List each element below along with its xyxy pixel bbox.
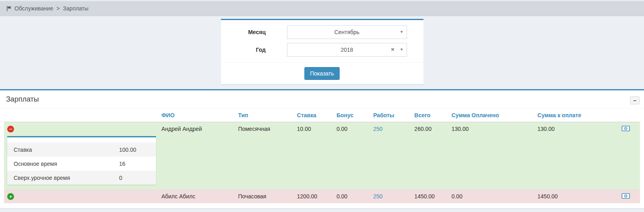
detail-label: Сверх.урочное время (14, 175, 119, 181)
detail-row: Сверх.урочное время 0 (7, 171, 156, 185)
chevron-down-icon: ▾ (400, 47, 403, 52)
cell-type: Помесячная (235, 122, 294, 190)
cell-actions (618, 190, 640, 204)
table-row: − Ставка 100.00 Основное время 16 (4, 122, 640, 190)
col-header-expand (4, 109, 158, 122)
detail-value: 100.00 (119, 147, 150, 153)
month-select[interactable]: Сентябрь ▾ (287, 25, 407, 39)
panel-title: Зарплаты (6, 95, 39, 104)
col-header-type: Тип (235, 109, 294, 122)
month-label: Месяц (221, 29, 266, 35)
detail-label: Ставка (14, 147, 119, 153)
cell-fio: Абилс Абилс (158, 190, 235, 204)
breadcrumb-separator: > (57, 5, 60, 12)
expand-row-icon[interactable]: + (7, 193, 14, 200)
col-header-fio: ФИО (158, 109, 235, 122)
cell-fio: Андрей Андрей (158, 122, 235, 190)
col-header-to-pay: Сумма к оплате (534, 109, 618, 122)
money-icon[interactable] (622, 126, 630, 131)
table-header-row: ФИО Тип Ставка Бонус Работы Всего Сумма … (4, 109, 640, 122)
col-header-total: Всего (411, 109, 448, 122)
col-header-works: Работы (370, 109, 411, 122)
cell-to-pay: 130.00 (534, 122, 618, 190)
show-button[interactable]: Показать (304, 67, 340, 80)
works-link[interactable]: 250 (373, 126, 383, 132)
cell-bonus: 0.00 (333, 122, 370, 190)
chevron-down-icon: ▾ (400, 29, 403, 35)
year-selected-value: 2018 (340, 47, 353, 53)
salaries-panel-header: Зарплаты − (0, 90, 644, 109)
cell-rate: 1200.00 (294, 190, 334, 204)
year-select[interactable]: 2018 × ▾ (287, 43, 407, 57)
detail-label: Основное время (14, 161, 119, 167)
clear-icon[interactable]: × (391, 46, 395, 53)
col-header-bonus: Бонус (333, 109, 370, 122)
cell-total: 1450.00 (411, 190, 448, 204)
cell-expand: + (4, 190, 158, 204)
cell-actions (618, 122, 640, 190)
row-detail-box: Ставка 100.00 Основное время 16 Сверх.ур… (7, 136, 156, 185)
detail-row: Ставка 100.00 (7, 143, 156, 157)
flag-icon (6, 6, 12, 12)
detail-row: Основное время 16 (7, 157, 156, 171)
breadcrumb-bar: Обслуживание > Зарплаты (0, 0, 644, 16)
month-selected-value: Сентябрь (334, 29, 360, 35)
breadcrumb-section[interactable]: Обслуживание (14, 5, 53, 12)
year-label: Год (221, 47, 266, 53)
collapse-panel-button[interactable]: − (630, 96, 640, 104)
filter-panel: Месяц Сентябрь ▾ Год 2018 × ▾ Показать (221, 19, 423, 84)
cell-paid: 130.00 (448, 122, 534, 190)
col-header-paid: Сумма Оплачено (448, 109, 534, 122)
col-header-actions (618, 109, 640, 122)
cell-rate: 10.00 (294, 122, 334, 190)
detail-value: 0 (119, 175, 150, 181)
cell-type: Почасовая (235, 190, 294, 204)
salaries-table: ФИО Тип Ставка Бонус Работы Всего Сумма … (4, 109, 640, 203)
cell-total: 260.00 (411, 122, 448, 190)
collapse-row-icon[interactable]: − (7, 126, 14, 132)
detail-value: 16 (119, 161, 150, 167)
works-link[interactable]: 250 (373, 193, 383, 200)
cell-paid: 0.00 (448, 190, 534, 204)
money-icon[interactable] (622, 193, 630, 199)
cell-works: 250 (370, 190, 411, 204)
cell-works: 250 (370, 122, 411, 190)
table-row: + Абилс Абилс Почасовая 1200.00 0.00 250… (4, 190, 640, 204)
salaries-panel: Зарплаты − ФИО Тип Ставка Бонус Работы В… (0, 89, 644, 208)
cell-expand: − Ставка 100.00 Основное время 16 (4, 122, 158, 190)
cell-to-pay: 1450.00 (534, 190, 618, 204)
breadcrumb-current: Зарплаты (63, 5, 89, 12)
cell-bonus: 0.00 (333, 190, 370, 204)
col-header-rate: Ставка (294, 109, 334, 122)
